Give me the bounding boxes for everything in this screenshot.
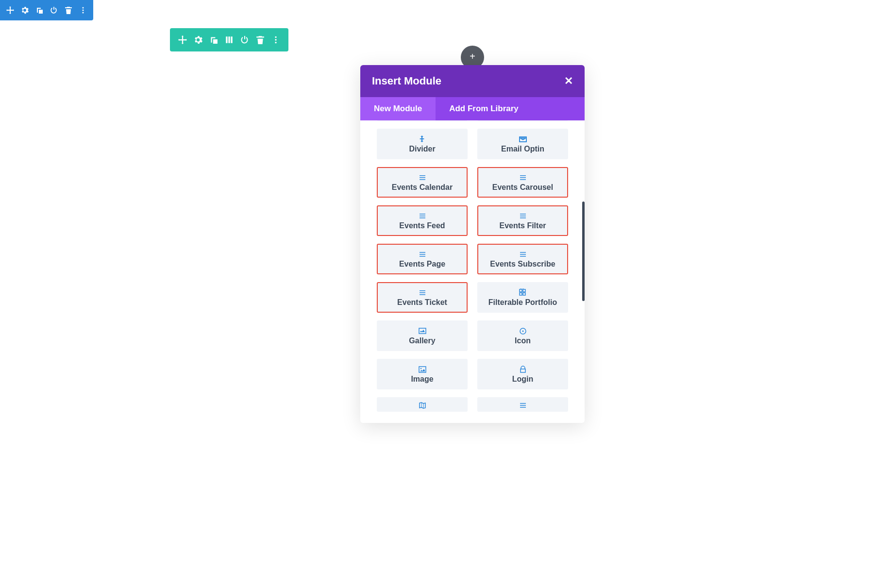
panel-body: Contact FormCountdown TimerDividerEmail … <box>360 120 585 423</box>
module-item-email-optin[interactable]: Email Optin <box>477 129 568 159</box>
section-settings-button[interactable] <box>17 3 32 17</box>
module-grid: Contact FormCountdown TimerDividerEmail … <box>360 120 585 419</box>
module-label: Login <box>512 375 534 384</box>
module-item-countdown-timer[interactable]: Countdown Timer <box>477 120 568 121</box>
module-label: Email Optin <box>501 145 544 153</box>
module-item-events-subscribe[interactable]: Events Subscribe <box>477 244 568 274</box>
module-item-events-feed[interactable]: Events Feed <box>377 205 468 236</box>
section-duplicate-button[interactable] <box>32 3 47 17</box>
grid-icon <box>519 288 527 297</box>
list-icon <box>519 173 527 182</box>
row-settings-button[interactable] <box>190 32 206 48</box>
section-move-button[interactable] <box>3 3 17 17</box>
module-label: Events Feed <box>399 221 445 230</box>
row-power-button[interactable] <box>237 32 252 48</box>
image-icon <box>418 365 427 374</box>
module-item-gallery[interactable]: Gallery <box>377 320 468 351</box>
circle-icon <box>519 327 527 336</box>
module-label: Events Ticket <box>397 298 447 307</box>
module-item-login[interactable]: Login <box>477 359 568 389</box>
module-item-events-calendar[interactable]: Events Calendar <box>377 167 468 198</box>
lock-icon <box>519 365 527 374</box>
module-label: Divider <box>409 145 435 153</box>
row-duplicate-button[interactable] <box>206 32 221 48</box>
section-power-button[interactable] <box>47 3 61 17</box>
module-label: Events Calendar <box>392 183 453 192</box>
module-item-divider[interactable]: Divider <box>377 129 468 159</box>
module-item-image[interactable]: Image <box>377 359 468 389</box>
row-more-button[interactable] <box>268 32 284 48</box>
list-icon <box>418 173 427 182</box>
module-label: Events Filter <box>499 221 546 230</box>
module-label: Icon <box>515 336 531 345</box>
module-item-module-17[interactable] <box>477 397 568 412</box>
row-delete-button[interactable] <box>252 32 268 48</box>
module-item-contact-form[interactable]: Contact Form <box>377 120 468 121</box>
module-item-events-page[interactable]: Events Page <box>377 244 468 274</box>
module-item-icon[interactable]: Icon <box>477 320 568 351</box>
module-label: Image <box>411 375 433 384</box>
module-item-module-16[interactable] <box>377 397 468 412</box>
gallery-icon <box>418 327 427 336</box>
panel-tabs: New Module Add From Library <box>360 97 585 120</box>
scrollbar-thumb[interactable] <box>582 202 585 301</box>
row-move-button[interactable] <box>175 32 190 48</box>
panel-title: Insert Module <box>372 75 441 87</box>
module-label: Events Carousel <box>492 183 553 192</box>
list-icon <box>418 250 427 259</box>
list-icon <box>418 288 427 297</box>
module-label: Events Page <box>399 260 445 269</box>
section-more-button[interactable] <box>76 3 90 17</box>
panel-close-button[interactable]: ✕ <box>564 76 573 86</box>
module-label: Gallery <box>409 336 435 345</box>
list-icon <box>519 401 527 410</box>
insert-module-panel: Insert Module ✕ New Module Add From Libr… <box>360 65 585 423</box>
module-item-filterable-portfolio[interactable]: Filterable Portfolio <box>477 282 568 313</box>
list-icon <box>418 212 427 220</box>
divider-icon <box>418 135 427 144</box>
list-icon <box>519 250 527 259</box>
row-toolbar <box>170 28 288 51</box>
module-item-events-filter[interactable]: Events Filter <box>477 205 568 236</box>
section-delete-button[interactable] <box>61 3 76 17</box>
module-label: Events Subscribe <box>490 260 555 269</box>
map-icon <box>418 401 427 410</box>
row-columns-button[interactable] <box>221 32 237 48</box>
section-toolbar <box>0 0 93 20</box>
plus-icon: + <box>470 51 475 62</box>
tab-new-module[interactable]: New Module <box>360 97 436 120</box>
mail-icon <box>519 135 527 144</box>
module-item-events-carousel[interactable]: Events Carousel <box>477 167 568 198</box>
module-label: Filterable Portfolio <box>488 298 557 307</box>
module-item-events-ticket[interactable]: Events Ticket <box>377 282 468 313</box>
tab-add-from-library[interactable]: Add From Library <box>436 97 532 120</box>
panel-header: Insert Module ✕ <box>360 65 585 97</box>
list-icon <box>519 212 527 220</box>
